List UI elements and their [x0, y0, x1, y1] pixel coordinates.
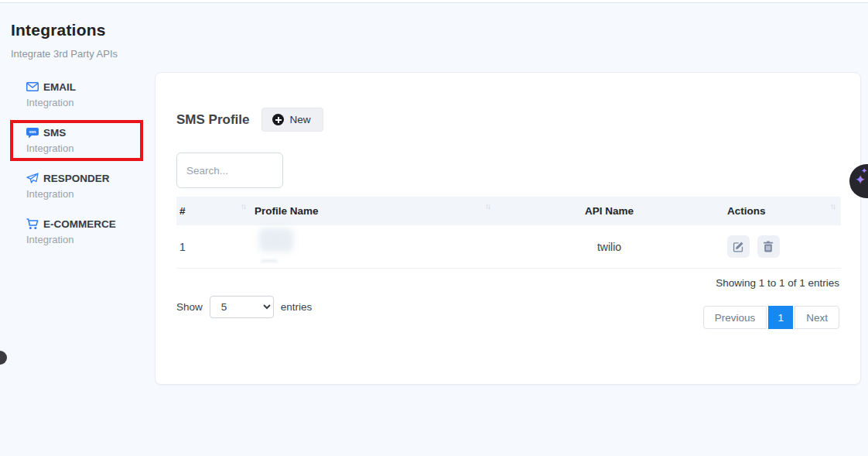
- sidebar-item-email[interactable]: EMAIL Integration: [26, 81, 150, 108]
- sms-icon: SMS: [26, 126, 39, 139]
- sms-profile-panel: SMS Profile New # ↑↓ Profile Name ↑↓ API…: [155, 72, 861, 385]
- column-header-api-name[interactable]: API Name: [496, 197, 724, 225]
- sidebar-item-sublabel: Integration: [26, 188, 150, 200]
- cell-index: 1: [176, 225, 251, 269]
- sidebar-item-sublabel: Integration: [26, 234, 150, 245]
- integrations-sidebar: EMAIL Integration SMS SMS Integration RE…: [26, 81, 150, 263]
- responder-icon: [26, 172, 39, 184]
- panel-header: SMS Profile New: [176, 108, 839, 132]
- sidebar-item-ecommerce[interactable]: E-COMMERCE Integration: [26, 218, 150, 245]
- sidebar-item-label: SMS: [43, 127, 66, 139]
- delete-button[interactable]: [757, 235, 780, 258]
- sms-profile-table: # ↑↓ Profile Name ↑↓ API Name Actions ↑↓…: [176, 197, 841, 269]
- entries-summary: Showing 1 to 1 of 1 entries: [716, 277, 839, 289]
- plus-circle-icon: [272, 114, 284, 125]
- sparkle-icon: ✦: [861, 166, 867, 175]
- new-profile-button[interactable]: New: [261, 108, 323, 132]
- cell-actions: [724, 225, 841, 269]
- entries-label: entries: [281, 301, 313, 313]
- sidebar-item-label: E-COMMERCE: [43, 218, 116, 230]
- redacted-profile-name: [259, 228, 293, 252]
- sort-icon: ↑↓: [241, 202, 245, 211]
- page-number-button[interactable]: 1: [768, 306, 793, 329]
- show-label: Show: [176, 301, 203, 313]
- cart-icon: [26, 218, 39, 230]
- svg-text:SMS: SMS: [29, 130, 36, 134]
- top-edge-strip: [0, 0, 868, 3]
- sidebar-item-sublabel: Integration: [26, 97, 150, 108]
- cell-api-name: twilio: [496, 225, 724, 269]
- sidebar-item-responder[interactable]: RESPONDER Integration: [26, 172, 150, 200]
- panel-title: SMS Profile: [176, 112, 249, 128]
- previous-page-button[interactable]: Previous: [703, 306, 767, 329]
- sidebar-item-sms[interactable]: SMS SMS Integration: [26, 126, 150, 154]
- page-title: Integrations: [11, 21, 106, 39]
- next-page-button[interactable]: Next: [795, 306, 839, 329]
- sort-icon: ↑↓: [485, 202, 490, 211]
- sidebar-item-label: EMAIL: [43, 81, 76, 93]
- sidebar-item-label: RESPONDER: [43, 173, 110, 184]
- page-length-control: Show 5 entries: [176, 284, 312, 329]
- email-icon: [26, 81, 39, 93]
- column-header-actions[interactable]: Actions ↑↓: [724, 197, 841, 225]
- table-footer: Show 5 entries Showing 1 to 1 of 1 entri…: [176, 276, 839, 329]
- table-row: 1 twilio: [176, 225, 841, 269]
- column-header-index[interactable]: # ↑↓: [176, 197, 251, 225]
- left-edge-handle[interactable]: [0, 351, 7, 365]
- pagination: Previous 1 Next: [703, 306, 839, 329]
- sidebar-item-sublabel: Integration: [26, 142, 150, 154]
- page-subtitle: Integrate 3rd Party APIs: [11, 48, 118, 60]
- cell-profile-name: [251, 225, 496, 269]
- search-input[interactable]: [176, 153, 283, 188]
- new-button-label: New: [289, 114, 310, 125]
- page-length-select[interactable]: 5: [210, 296, 274, 318]
- edit-button[interactable]: [727, 235, 750, 258]
- redacted-profile-name-smudge: [261, 259, 278, 262]
- column-header-profile-name[interactable]: Profile Name ↑↓: [251, 197, 496, 225]
- table-header-row: # ↑↓ Profile Name ↑↓ API Name Actions ↑↓: [176, 197, 841, 225]
- trash-icon: [763, 241, 774, 252]
- sort-icon: ↑↓: [830, 202, 835, 211]
- edit-icon: [733, 241, 744, 252]
